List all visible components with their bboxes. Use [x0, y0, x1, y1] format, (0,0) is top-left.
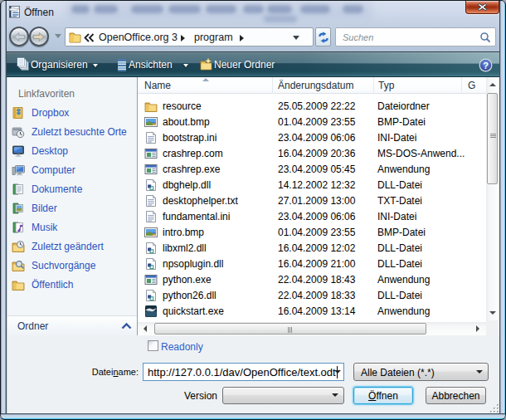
svg-text:?: ?: [483, 61, 489, 71]
